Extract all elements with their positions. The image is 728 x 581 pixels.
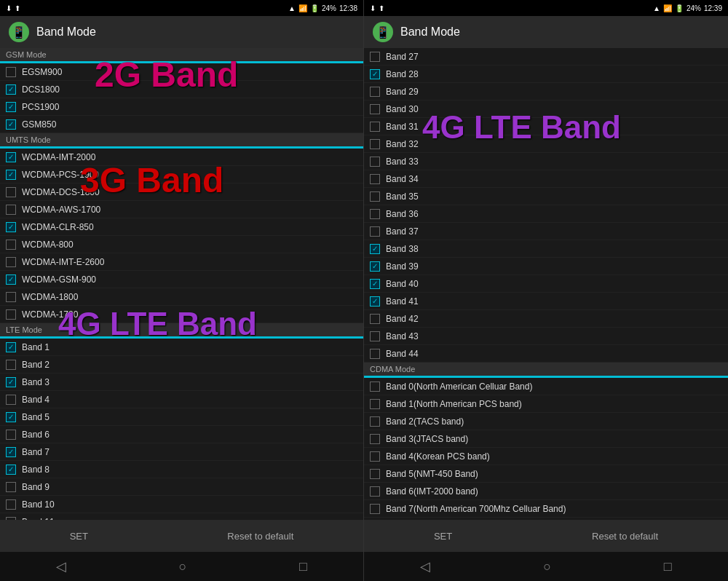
- list-item[interactable]: ✓ Band 28: [364, 66, 728, 83]
- checkbox-wcdma-aws1700[interactable]: [6, 205, 16, 215]
- checkbox-band3[interactable]: ✓: [6, 377, 16, 387]
- checkbox-cdma-band2[interactable]: [370, 416, 380, 427]
- list-item[interactable]: Band 36: [364, 205, 728, 223]
- checkbox-wcdma-800[interactable]: [6, 240, 16, 250]
- checkbox-wcdma-imt2000[interactable]: ✓: [6, 152, 16, 162]
- checkbox-band27[interactable]: [370, 52, 380, 62]
- checkbox-band40[interactable]: ✓: [370, 279, 380, 289]
- checkbox-cdma-band1[interactable]: [370, 399, 380, 409]
- list-item[interactable]: ✓ Band 3: [0, 374, 363, 391]
- checkbox-band10[interactable]: [6, 499, 16, 510]
- list-item[interactable]: Band 44: [364, 345, 728, 363]
- checkbox-band42[interactable]: [370, 314, 380, 324]
- list-item[interactable]: Band 32: [364, 135, 728, 153]
- list-item[interactable]: Band 30: [364, 100, 728, 118]
- list-item[interactable]: WCDMA-800: [0, 236, 363, 253]
- list-item[interactable]: Band 6: [0, 426, 363, 443]
- list-item[interactable]: ✓ GSM850: [0, 116, 363, 133]
- checkbox-wcdma-1800[interactable]: [6, 292, 16, 302]
- checkbox-band33[interactable]: [370, 157, 380, 167]
- list-item[interactable]: ✓ Band 5: [0, 408, 363, 426]
- list-item[interactable]: Band 31: [364, 118, 728, 135]
- checkbox-band7[interactable]: ✓: [6, 447, 16, 457]
- list-item[interactable]: Band 27: [364, 48, 728, 66]
- checkbox-band35[interactable]: [370, 191, 380, 202]
- list-item[interactable]: EGSM900: [0, 63, 363, 81]
- checkbox-band9[interactable]: [6, 482, 16, 492]
- checkbox-band28[interactable]: ✓: [370, 69, 380, 79]
- checkbox-dcs1800[interactable]: ✓: [6, 84, 16, 95]
- checkbox-wcdma-pcs1900[interactable]: ✓: [6, 170, 16, 180]
- home-button-right[interactable]: ○: [529, 553, 566, 580]
- list-item[interactable]: Band 9: [0, 478, 363, 496]
- checkbox-wcdma-dcs1800[interactable]: [6, 187, 16, 197]
- checkbox-band5[interactable]: ✓: [6, 412, 16, 422]
- set-button-left[interactable]: SET: [55, 525, 103, 548]
- list-item[interactable]: ✓ DCS1800: [0, 81, 363, 98]
- list-item[interactable]: Band 10: [0, 496, 363, 513]
- list-item[interactable]: Band 42: [364, 310, 728, 328]
- list-item[interactable]: ✓ Band 8: [0, 461, 363, 478]
- back-button-right[interactable]: ◁: [405, 553, 445, 580]
- content-left[interactable]: GSM Mode EGSM900 ✓ DCS1800 ✓ PCS1900 ✓ G…: [0, 48, 363, 520]
- list-item[interactable]: ✓ Band 38: [364, 240, 728, 258]
- list-item[interactable]: ✓ WCDMA-PCS-1900: [0, 166, 363, 183]
- list-item[interactable]: WCDMA-1700: [0, 306, 363, 323]
- checkbox-cdma-band4[interactable]: [370, 451, 380, 462]
- checkbox-cdma-band5[interactable]: [370, 469, 380, 479]
- list-item[interactable]: WCDMA-IMT-E-2600: [0, 253, 363, 271]
- checkbox-cdma-band3[interactable]: [370, 434, 380, 444]
- reset-button-right[interactable]: Reset to default: [577, 525, 673, 548]
- recent-button-right[interactable]: □: [649, 553, 687, 580]
- checkbox-pcs1900[interactable]: ✓: [6, 102, 16, 112]
- home-button-left[interactable]: ○: [165, 553, 202, 580]
- list-item[interactable]: ✓ WCDMA-GSM-900: [0, 271, 363, 288]
- back-button-left[interactable]: ◁: [41, 553, 81, 580]
- list-item[interactable]: ✓ Band 40: [364, 275, 728, 293]
- list-item[interactable]: Band 33: [364, 153, 728, 170]
- checkbox-band6[interactable]: [6, 430, 16, 440]
- checkbox-band37[interactable]: [370, 226, 380, 237]
- list-item[interactable]: ✓ Band 7: [0, 443, 363, 461]
- checkbox-band30[interactable]: [370, 104, 380, 114]
- checkbox-band8[interactable]: ✓: [6, 465, 16, 475]
- recent-button-left[interactable]: □: [285, 553, 322, 580]
- list-item[interactable]: Band 11: [0, 513, 363, 520]
- list-item[interactable]: Band 2: [0, 356, 363, 374]
- list-item[interactable]: ✓ Band 39: [364, 258, 728, 275]
- list-item[interactable]: WCDMA-1800: [0, 288, 363, 306]
- checkbox-band31[interactable]: [370, 122, 380, 132]
- list-item[interactable]: Band 4: [0, 391, 363, 408]
- list-item[interactable]: ✓ PCS1900: [0, 98, 363, 116]
- checkbox-cdma-band6[interactable]: [370, 486, 380, 497]
- list-item[interactable]: Band 0(North American Celluar Band): [364, 378, 728, 395]
- checkbox-band2[interactable]: [6, 360, 16, 370]
- checkbox-band34[interactable]: [370, 174, 380, 184]
- checkbox-band36[interactable]: [370, 209, 380, 219]
- list-item[interactable]: ✓ Band 1: [0, 339, 363, 356]
- checkbox-band4[interactable]: [6, 395, 16, 405]
- list-item[interactable]: ✓ WCDMA-CLR-850: [0, 218, 363, 236]
- checkbox-band44[interactable]: [370, 349, 380, 359]
- list-item[interactable]: Band 2(TACS band): [364, 413, 728, 430]
- checkbox-wcdma-clr850[interactable]: ✓: [6, 222, 16, 232]
- list-item[interactable]: ✓ WCDMA-IMT-2000: [0, 149, 363, 166]
- checkbox-band41[interactable]: ✓: [370, 296, 380, 307]
- list-item[interactable]: Band 34: [364, 170, 728, 188]
- list-item[interactable]: Band 4(Korean PCS band): [364, 448, 728, 465]
- checkbox-band1[interactable]: ✓: [6, 342, 16, 352]
- list-item[interactable]: Band 35: [364, 188, 728, 205]
- content-right[interactable]: Band 27 ✓ Band 28 Band 29 Band 30 Band 3…: [364, 48, 728, 520]
- checkbox-cdma-band7[interactable]: [370, 504, 380, 514]
- list-item[interactable]: Band 43: [364, 328, 728, 345]
- list-item[interactable]: Band 7(North American 700Mhz Celluar Ban…: [364, 500, 728, 518]
- checkbox-gsm850[interactable]: ✓: [6, 119, 16, 130]
- set-button-right[interactable]: SET: [419, 525, 467, 548]
- list-item[interactable]: WCDMA-AWS-1700: [0, 201, 363, 218]
- list-item[interactable]: Band 37: [364, 223, 728, 240]
- list-item[interactable]: Band 29: [364, 83, 728, 100]
- checkbox-band38[interactable]: ✓: [370, 244, 380, 254]
- checkbox-egsm900[interactable]: [6, 67, 16, 77]
- reset-button-left[interactable]: Reset to default: [213, 525, 308, 548]
- checkbox-band39[interactable]: ✓: [370, 261, 380, 272]
